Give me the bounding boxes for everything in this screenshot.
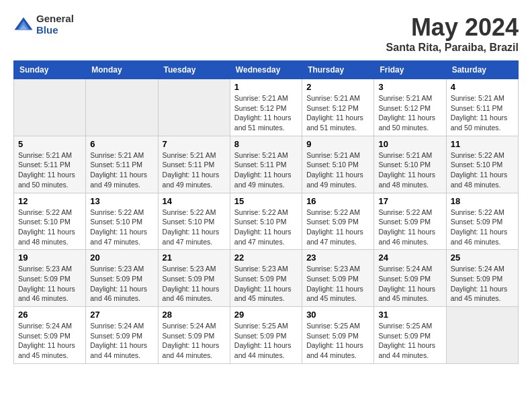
logo-text: General Blue [36,13,74,36]
day-number: 20 [90,253,153,263]
day-info: Sunrise: 5:23 AM Sunset: 5:09 PM Dayligh… [234,264,298,304]
day-info: Sunrise: 5:22 AM Sunset: 5:10 PM Dayligh… [163,208,226,247]
page-header: General Blue May 2024 Santa Rita, Paraib… [13,13,519,54]
calendar-week-row: 1Sunrise: 5:21 AM Sunset: 5:12 PM Daylig… [14,79,519,136]
calendar-cell [86,79,158,136]
day-info: Sunrise: 5:21 AM Sunset: 5:11 PM Dayligh… [18,150,81,190]
calendar-cell: 7Sunrise: 5:21 AM Sunset: 5:11 PM Daylig… [158,136,230,193]
day-number: 21 [163,253,226,263]
day-number: 13 [90,196,153,206]
day-info: Sunrise: 5:21 AM Sunset: 5:11 PM Dayligh… [163,150,226,190]
day-number: 24 [378,253,441,263]
calendar-cell: 11Sunrise: 5:22 AM Sunset: 5:10 PM Dayli… [446,136,518,193]
calendar-cell: 3Sunrise: 5:21 AM Sunset: 5:12 PM Daylig… [374,79,446,136]
calendar-cell: 1Sunrise: 5:21 AM Sunset: 5:12 PM Daylig… [230,79,302,136]
calendar-week-row: 26Sunrise: 5:24 AM Sunset: 5:09 PM Dayli… [14,307,519,364]
day-info: Sunrise: 5:25 AM Sunset: 5:09 PM Dayligh… [234,321,298,361]
day-info: Sunrise: 5:22 AM Sunset: 5:09 PM Dayligh… [306,208,369,247]
day-number: 7 [163,139,226,149]
calendar-table: SundayMondayTuesdayWednesdayThursdayFrid… [13,60,519,364]
calendar-cell: 13Sunrise: 5:22 AM Sunset: 5:10 PM Dayli… [86,193,158,250]
day-number: 11 [451,139,514,149]
calendar-cell: 2Sunrise: 5:21 AM Sunset: 5:12 PM Daylig… [302,79,374,136]
day-info: Sunrise: 5:22 AM Sunset: 5:10 PM Dayligh… [18,208,81,247]
calendar-cell [446,307,518,364]
calendar-cell: 9Sunrise: 5:21 AM Sunset: 5:10 PM Daylig… [302,136,374,193]
day-info: Sunrise: 5:21 AM Sunset: 5:12 PM Dayligh… [378,93,441,133]
calendar-week-row: 5Sunrise: 5:21 AM Sunset: 5:11 PM Daylig… [14,136,519,193]
title-area: May 2024 Santa Rita, Paraiba, Brazil [386,13,519,54]
day-number: 1 [234,82,298,92]
day-number: 6 [90,139,153,149]
calendar-cell: 19Sunrise: 5:23 AM Sunset: 5:09 PM Dayli… [14,250,86,307]
calendar-week-row: 12Sunrise: 5:22 AM Sunset: 5:10 PM Dayli… [14,193,519,250]
day-info: Sunrise: 5:25 AM Sunset: 5:09 PM Dayligh… [378,321,441,361]
day-number: 9 [306,139,369,149]
day-header-wednesday: Wednesday [230,61,302,79]
day-info: Sunrise: 5:21 AM Sunset: 5:10 PM Dayligh… [378,150,441,190]
day-number: 10 [378,139,441,149]
day-header-tuesday: Tuesday [158,61,230,79]
day-info: Sunrise: 5:24 AM Sunset: 5:09 PM Dayligh… [18,321,81,361]
day-number: 18 [451,196,514,206]
calendar-cell [158,79,230,136]
day-info: Sunrise: 5:22 AM Sunset: 5:09 PM Dayligh… [451,208,514,247]
calendar-cell: 26Sunrise: 5:24 AM Sunset: 5:09 PM Dayli… [14,307,86,364]
calendar-cell: 27Sunrise: 5:24 AM Sunset: 5:09 PM Dayli… [86,307,158,364]
day-info: Sunrise: 5:24 AM Sunset: 5:09 PM Dayligh… [163,321,226,361]
day-number: 14 [163,196,226,206]
day-number: 22 [234,253,298,263]
day-number: 12 [18,196,81,206]
calendar-cell: 18Sunrise: 5:22 AM Sunset: 5:09 PM Dayli… [446,193,518,250]
day-header-monday: Monday [86,61,158,79]
calendar-week-row: 19Sunrise: 5:23 AM Sunset: 5:09 PM Dayli… [14,250,519,307]
day-number: 5 [18,139,81,149]
calendar-cell: 15Sunrise: 5:22 AM Sunset: 5:10 PM Dayli… [230,193,302,250]
day-info: Sunrise: 5:22 AM Sunset: 5:10 PM Dayligh… [451,150,514,190]
calendar-cell: 8Sunrise: 5:21 AM Sunset: 5:11 PM Daylig… [230,136,302,193]
day-info: Sunrise: 5:21 AM Sunset: 5:12 PM Dayligh… [234,93,298,133]
day-number: 16 [306,196,369,206]
calendar-cell: 24Sunrise: 5:24 AM Sunset: 5:09 PM Dayli… [374,250,446,307]
day-number: 4 [451,82,514,92]
day-info: Sunrise: 5:24 AM Sunset: 5:09 PM Dayligh… [378,264,441,304]
day-number: 25 [451,253,514,263]
day-info: Sunrise: 5:21 AM Sunset: 5:10 PM Dayligh… [306,150,369,190]
calendar-cell: 4Sunrise: 5:21 AM Sunset: 5:11 PM Daylig… [446,79,518,136]
day-number: 28 [163,310,226,320]
calendar-cell: 17Sunrise: 5:22 AM Sunset: 5:09 PM Dayli… [374,193,446,250]
calendar-cell: 22Sunrise: 5:23 AM Sunset: 5:09 PM Dayli… [230,250,302,307]
day-info: Sunrise: 5:21 AM Sunset: 5:11 PM Dayligh… [90,150,153,190]
logo: General Blue [13,13,74,36]
day-number: 19 [18,253,81,263]
calendar-cell: 10Sunrise: 5:21 AM Sunset: 5:10 PM Dayli… [374,136,446,193]
day-info: Sunrise: 5:21 AM Sunset: 5:11 PM Dayligh… [451,93,514,133]
day-info: Sunrise: 5:23 AM Sunset: 5:09 PM Dayligh… [18,264,81,304]
calendar-cell: 16Sunrise: 5:22 AM Sunset: 5:09 PM Dayli… [302,193,374,250]
day-number: 27 [90,310,153,320]
day-header-friday: Friday [374,61,446,79]
calendar-header-row: SundayMondayTuesdayWednesdayThursdayFrid… [14,61,519,79]
calendar-cell: 14Sunrise: 5:22 AM Sunset: 5:10 PM Dayli… [158,193,230,250]
day-number: 31 [378,310,441,320]
calendar-cell: 29Sunrise: 5:25 AM Sunset: 5:09 PM Dayli… [230,307,302,364]
day-info: Sunrise: 5:24 AM Sunset: 5:09 PM Dayligh… [90,321,153,361]
location-title: Santa Rita, Paraiba, Brazil [386,42,519,54]
day-info: Sunrise: 5:23 AM Sunset: 5:09 PM Dayligh… [90,264,153,304]
calendar-cell: 25Sunrise: 5:24 AM Sunset: 5:09 PM Dayli… [446,250,518,307]
calendar-cell: 21Sunrise: 5:23 AM Sunset: 5:09 PM Dayli… [158,250,230,307]
calendar-cell: 30Sunrise: 5:25 AM Sunset: 5:09 PM Dayli… [302,307,374,364]
logo-general: General [36,13,74,25]
day-info: Sunrise: 5:22 AM Sunset: 5:10 PM Dayligh… [234,208,298,247]
logo-icon [13,15,34,35]
day-number: 23 [306,253,369,263]
day-number: 8 [234,139,298,149]
day-number: 17 [378,196,441,206]
day-header-thursday: Thursday [302,61,374,79]
day-info: Sunrise: 5:21 AM Sunset: 5:11 PM Dayligh… [234,150,298,190]
day-info: Sunrise: 5:24 AM Sunset: 5:09 PM Dayligh… [451,264,514,304]
calendar-cell: 20Sunrise: 5:23 AM Sunset: 5:09 PM Dayli… [86,250,158,307]
calendar-cell [14,79,86,136]
day-number: 30 [306,310,369,320]
day-number: 3 [378,82,441,92]
